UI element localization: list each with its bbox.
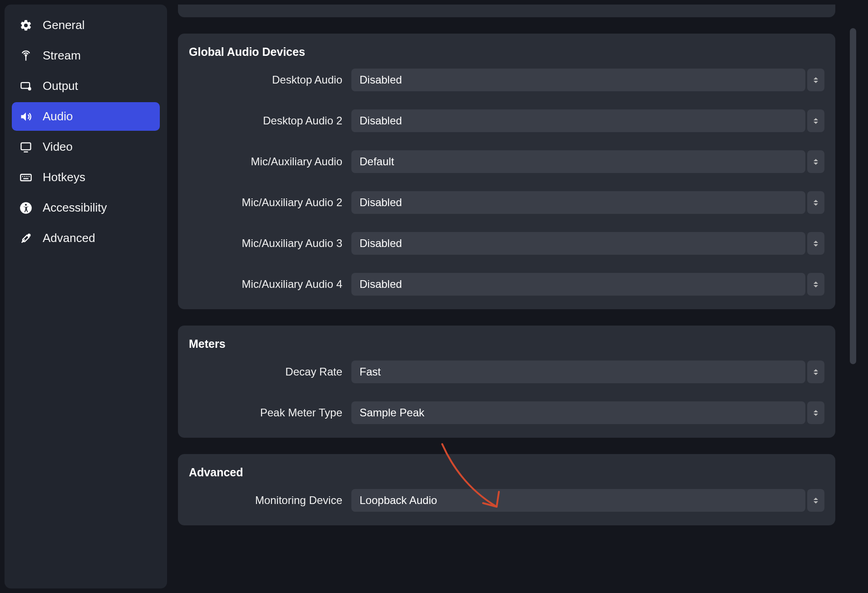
select-mic-aux-audio-3[interactable]: Disabled xyxy=(351,232,824,255)
field-peak-meter-type: Peak Meter Type Sample Peak xyxy=(189,401,824,424)
select-value[interactable]: Disabled xyxy=(351,232,805,255)
sidebar-item-label: Accessibility xyxy=(43,201,107,215)
select-mic-aux-audio[interactable]: Default xyxy=(351,150,824,173)
sidebar-item-label: Video xyxy=(43,140,73,154)
top-panel-spacer xyxy=(178,5,835,17)
sidebar-item-label: General xyxy=(43,18,85,32)
panel-title: Meters xyxy=(189,337,824,351)
select-spinner-icon[interactable] xyxy=(807,150,824,173)
gear-icon xyxy=(19,19,33,32)
keyboard-icon xyxy=(19,171,33,184)
sidebar-item-label: Audio xyxy=(43,109,73,124)
svg-rect-5 xyxy=(21,143,31,149)
select-value[interactable]: Disabled xyxy=(351,191,805,214)
field-label: Peak Meter Type xyxy=(189,406,351,419)
select-value[interactable]: Sample Peak xyxy=(351,401,805,424)
sidebar-item-hotkeys[interactable]: Hotkeys xyxy=(12,163,160,192)
sidebar-item-video[interactable]: Video xyxy=(12,133,160,161)
sidebar-item-advanced[interactable]: Advanced xyxy=(12,224,160,252)
field-label: Monitoring Device xyxy=(189,494,351,507)
svg-point-15 xyxy=(28,234,30,236)
sidebar-item-label: Stream xyxy=(43,49,81,63)
select-spinner-icon[interactable] xyxy=(807,361,824,383)
select-mic-aux-audio-4[interactable]: Disabled xyxy=(351,273,824,296)
select-monitoring-device[interactable]: Loopback Audio xyxy=(351,489,824,512)
select-value[interactable]: Default xyxy=(351,150,805,173)
field-mic-aux-audio-2: Mic/Auxiliary Audio 2 Disabled xyxy=(189,191,824,214)
select-spinner-icon[interactable] xyxy=(807,191,824,214)
field-label: Decay Rate xyxy=(189,366,351,378)
field-label: Mic/Auxiliary Audio 3 xyxy=(189,237,351,250)
settings-sidebar: General Stream Output Audio Video xyxy=(5,5,167,588)
sidebar-item-label: Hotkeys xyxy=(43,170,85,184)
field-desktop-audio: Desktop Audio Disabled xyxy=(189,69,824,91)
svg-point-14 xyxy=(25,203,27,205)
sidebar-item-label: Advanced xyxy=(43,231,95,245)
select-spinner-icon[interactable] xyxy=(807,69,824,91)
svg-rect-4 xyxy=(29,88,30,89)
select-spinner-icon[interactable] xyxy=(807,109,824,132)
field-mic-aux-audio: Mic/Auxiliary Audio Default xyxy=(189,150,824,173)
field-label: Mic/Auxiliary Audio 4 xyxy=(189,278,351,291)
monitor-icon xyxy=(19,140,33,154)
scrollbar[interactable] xyxy=(850,28,856,364)
field-label: Mic/Auxiliary Audio 2 xyxy=(189,196,351,209)
field-mic-aux-audio-3: Mic/Auxiliary Audio 3 Disabled xyxy=(189,232,824,255)
svg-point-0 xyxy=(25,54,27,56)
select-mic-aux-audio-2[interactable]: Disabled xyxy=(351,191,824,214)
field-decay-rate: Decay Rate Fast xyxy=(189,361,824,383)
sidebar-item-accessibility[interactable]: Accessibility xyxy=(12,193,160,222)
output-icon xyxy=(19,79,33,93)
accessibility-icon xyxy=(19,201,33,215)
select-value[interactable]: Loopback Audio xyxy=(351,489,805,512)
speaker-icon xyxy=(19,110,33,124)
sidebar-item-general[interactable]: General xyxy=(12,11,160,40)
select-spinner-icon[interactable] xyxy=(807,401,824,424)
panel-title: Global Audio Devices xyxy=(189,45,824,59)
advanced-panel: Advanced Monitoring Device Loopback Audi… xyxy=(178,454,835,525)
sidebar-item-output[interactable]: Output xyxy=(12,72,160,100)
field-mic-aux-audio-4: Mic/Auxiliary Audio 4 Disabled xyxy=(189,273,824,296)
select-desktop-audio-2[interactable]: Disabled xyxy=(351,109,824,132)
field-monitoring-device: Monitoring Device Loopback Audio xyxy=(189,489,824,512)
settings-main-content: Global Audio Devices Desktop Audio Disab… xyxy=(167,5,863,588)
select-value[interactable]: Disabled xyxy=(351,109,805,132)
field-desktop-audio-2: Desktop Audio 2 Disabled xyxy=(189,109,824,132)
sidebar-item-label: Output xyxy=(43,79,78,93)
select-desktop-audio[interactable]: Disabled xyxy=(351,69,824,91)
field-label: Mic/Auxiliary Audio xyxy=(189,155,351,168)
select-spinner-icon[interactable] xyxy=(807,232,824,255)
select-spinner-icon[interactable] xyxy=(807,489,824,512)
settings-app: General Stream Output Audio Video xyxy=(0,0,868,593)
svg-rect-7 xyxy=(20,174,31,181)
tools-icon xyxy=(19,232,33,245)
field-label: Desktop Audio xyxy=(189,74,351,86)
sidebar-item-stream[interactable]: Stream xyxy=(12,41,160,70)
select-value[interactable]: Disabled xyxy=(351,273,805,296)
meters-panel: Meters Decay Rate Fast Peak Meter Type S… xyxy=(178,326,835,438)
select-value[interactable]: Fast xyxy=(351,361,805,383)
sidebar-item-audio[interactable]: Audio xyxy=(12,102,160,131)
select-decay-rate[interactable]: Fast xyxy=(351,361,824,383)
global-audio-devices-panel: Global Audio Devices Desktop Audio Disab… xyxy=(178,34,835,309)
panel-title: Advanced xyxy=(189,466,824,479)
select-spinner-icon[interactable] xyxy=(807,273,824,296)
select-value[interactable]: Disabled xyxy=(351,69,805,91)
field-label: Desktop Audio 2 xyxy=(189,114,351,127)
select-peak-meter-type[interactable]: Sample Peak xyxy=(351,401,824,424)
antenna-icon xyxy=(19,49,33,63)
